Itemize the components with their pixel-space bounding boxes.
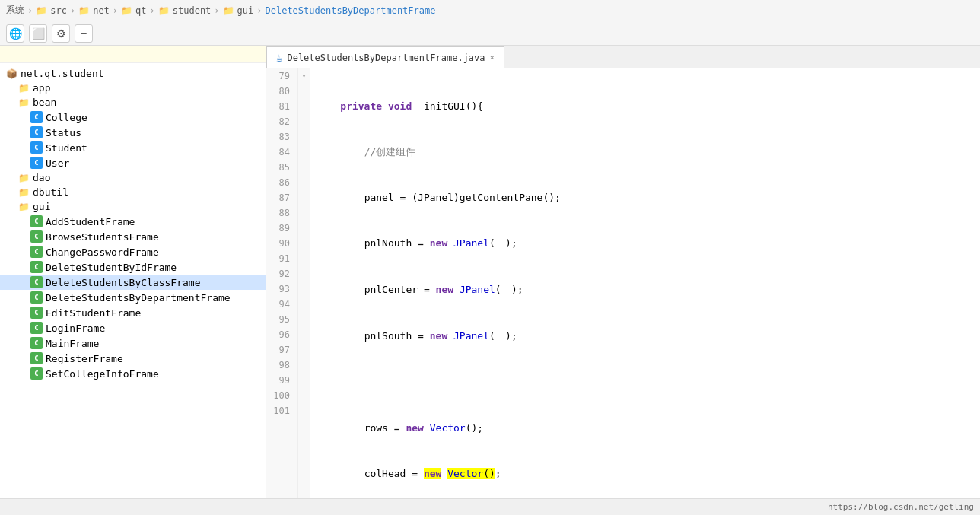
sidebar-item-loginframe[interactable]: C LoginFrame [0,320,266,335]
tab-close-button[interactable]: × [490,52,495,62]
sidebar-setcollegeinfoframe-label: SetCollegeInfoFrame [46,368,159,380]
sidebar-item-registerframe[interactable]: C RegisterFrame [0,351,266,366]
breadcrumb-folder-icon: 📁 [36,5,47,16]
class-icon-status: C [30,126,43,138]
code-line-86: rows = new Vector(); [317,421,980,436]
sidebar-gui-label: gui [33,201,50,212]
folder-icon-gui: 📁 [18,202,30,212]
sidebar-item-changepasswordframe[interactable]: C ChangePasswordFrame [0,244,266,259]
breadcrumb-item-0[interactable]: 系统 [6,4,24,17]
breadcrumb: 系统 › 📁 src › 📁 net › 📁 qt › 📁 student › … [0,0,980,21]
class-icon-user: C [30,157,43,169]
sidebar-item-dbutil[interactable]: 📁 dbutil [0,185,266,199]
sidebar-loginframe-label: LoginFrame [46,323,105,334]
class-icon-deletestudentsbydepartmentframe: C [30,291,43,304]
sidebar-tree: 📦 net.qt.student 📁 app 📁 bean C College [0,63,266,384]
breadcrumb-folder-icon4: 📁 [158,5,170,16]
sidebar-item-gui[interactable]: 📁 gui [0,199,266,214]
toolbar-btn-settings[interactable]: ⚙ [52,24,70,43]
sidebar-item-addstudentframe[interactable]: C AddStudentFrame [0,214,266,229]
sidebar-item-browsestudentsframe[interactable]: C BrowseStudentsFrame [0,229,266,244]
sidebar-item-student[interactable]: C Student [0,140,266,155]
toolbar-btn-globe[interactable]: 🌐 [6,24,24,43]
sidebar-root-label: net.qt.student [21,68,104,79]
code-lines: private void initGUI(){ //创建组件 panel = (… [310,68,980,498]
class-icon-browsestudentsframe: C [30,230,43,243]
class-icon-editstudentframe: C [30,307,43,319]
sidebar-item-status[interactable]: C Status [0,125,266,140]
class-icon-loginframe: C [30,322,43,334]
folder-icon-dao: 📁 [18,173,30,183]
class-icon-changepasswordframe: C [30,246,43,258]
line-numbers: 79 80 81 82 83 84 85 86 87 88 89 90 91 9… [266,68,298,498]
editor-area: ☕ DeleteStudentsByDepartmentFrame.java ×… [266,46,980,498]
sidebar-registerframe-label: RegisterFrame [46,353,123,364]
sidebar-item-root[interactable]: 📦 net.qt.student [0,66,266,81]
code-line-87: colHead = new Vector(); [317,466,980,482]
class-icon-setcollegeinfoframe: C [30,367,43,380]
code-line-81: panel = (JPanel)getContentPane(); [317,190,980,205]
folder-icon: 📦 [6,68,18,79]
sidebar-user-label: User [46,157,69,169]
sidebar-item-deletestudentsbyclassframe[interactable]: C DeleteStudentsByClassFrame [0,275,266,290]
class-icon-addstudentframe: C [30,215,43,227]
code-line-80: //创建组件 [317,145,980,160]
folder-icon-dbutil: 📁 [18,187,30,198]
class-icon-registerframe: C [30,352,43,364]
breadcrumb-item-6[interactable]: DeleteStudentsByDepartmentFrame [266,5,436,16]
sidebar-item-dao[interactable]: 📁 dao [0,170,266,185]
code-line-85 [317,375,980,390]
sidebar-mainframe-label: MainFrame [46,338,99,349]
sidebar-deletestudentsbydepartmentframe-label: DeleteStudentsByDepartmentFrame [46,292,231,304]
sidebar-college-label: College [46,112,88,123]
tab-bar: ☕ DeleteStudentsByDepartmentFrame.java × [266,46,980,68]
sidebar-item-app[interactable]: 📁 app [0,81,266,95]
breadcrumb-folder-icon3: 📁 [121,5,132,16]
sidebar-dbutil-label: dbutil [33,186,68,198]
sidebar-app-label: app [33,82,50,94]
sidebar-deletestudentbyidframe-label: DeleteStudentByIdFrame [46,262,177,273]
class-icon-college: C [30,111,43,123]
breadcrumb-item-1[interactable]: src [50,5,67,16]
sidebar: 📦 net.qt.student 📁 app 📁 bean C College [0,46,266,498]
sidebar-search-input[interactable] [0,46,266,63]
toolbar-btn-split[interactable]: ⬜ [29,24,47,43]
sidebar-deletestudentsbyclassframe-label: DeleteStudentsByClassFrame [46,277,201,288]
toolbar-btn-minus[interactable]: − [75,24,93,43]
breadcrumb-item-2[interactable]: net [93,5,110,16]
code-editor[interactable]: 79 80 81 82 83 84 85 86 87 88 89 90 91 9… [266,68,980,498]
sidebar-browsestudentsframe-label: BrowseStudentsFrame [46,231,159,243]
tab-label: DeleteStudentsByDepartmentFrame.java [287,52,485,63]
sidebar-dao-label: dao [33,172,50,183]
sidebar-item-deletestudentbyidframe[interactable]: C DeleteStudentByIdFrame [0,259,266,275]
breadcrumb-item-4[interactable]: student [173,5,212,16]
code-line-82: pnlNouth = new JPanel( ); [317,236,980,252]
breadcrumb-item-3[interactable]: qt [135,5,146,16]
breadcrumb-folder-icon2: 📁 [78,5,90,16]
main-content: 📦 net.qt.student 📁 app 📁 bean C College [0,46,980,498]
breadcrumb-folder-icon5: 📁 [223,5,234,16]
sidebar-addstudentframe-label: AddStudentFrame [46,216,135,227]
sidebar-status-label: Status [46,127,81,138]
sidebar-item-mainframe[interactable]: C MainFrame [0,335,266,351]
sidebar-student-label: Student [46,142,88,154]
tab-main-file[interactable]: ☕ DeleteStudentsByDepartmentFrame.java × [266,46,504,68]
tab-file-icon: ☕ [276,52,282,64]
fold-col: ▾ [298,68,310,498]
sidebar-item-editstudentframe[interactable]: C EditStudentFrame [0,305,266,320]
class-icon-student: C [30,141,43,154]
sidebar-item-bean[interactable]: 📁 bean [0,95,266,110]
status-text: https://blog.csdn.net/getling [828,502,974,512]
sidebar-item-college[interactable]: C College [0,110,266,125]
sidebar-item-setcollegeinfoframe[interactable]: C SetCollegeInfoFrame [0,366,266,381]
class-icon-deletestudentsbyclassframe: C [30,276,43,288]
sidebar-item-deletestudentsbydepartmentframe[interactable]: C DeleteStudentsByDepartmentFrame [0,290,266,305]
breadcrumb-item-5[interactable]: gui [237,5,254,16]
sidebar-item-user[interactable]: C User [0,155,266,170]
sidebar-bean-label: bean [33,97,56,108]
sidebar-changepasswordframe-label: ChangePasswordFrame [46,246,159,258]
class-icon-mainframe: C [30,337,43,349]
folder-icon-bean: 📁 [18,97,30,108]
code-line-79: private void initGUI(){ [317,99,980,114]
code-line-84: pnlSouth = new JPanel( ); [317,329,980,345]
